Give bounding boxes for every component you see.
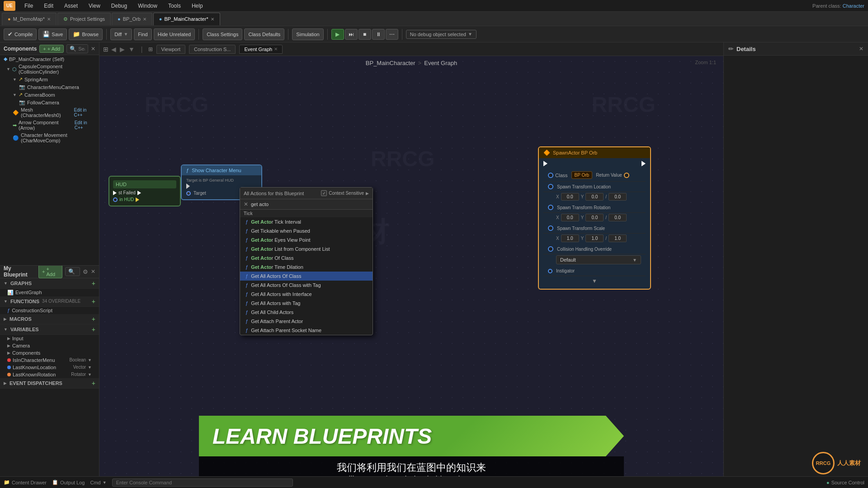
- ctx-get-attach-parent-actor[interactable]: ƒ Get Attach Parent Actor: [240, 317, 373, 326]
- options-button[interactable]: ⋯: [386, 29, 398, 40]
- graphs-add-button[interactable]: +: [92, 280, 95, 287]
- event-dispatchers-header[interactable]: ▶ EVENT DISPATCHERS +: [0, 378, 99, 389]
- my-blueprint-add-button[interactable]: + + Add: [38, 266, 62, 279]
- collision-dropdown[interactable]: Default ▼: [556, 255, 641, 264]
- context-sensitive-checkbox[interactable]: ✓ Context Sensitive ▶: [321, 190, 369, 196]
- content-drawer-button[interactable]: 📁 Content Drawer: [4, 479, 47, 485]
- close-icon[interactable]: ✕: [244, 201, 248, 207]
- back-arrow[interactable]: ◀: [110, 45, 117, 54]
- blueprint-canvas[interactable]: RRCG RRCG 人人素材 RRCG BP_MainCharacter > E…: [99, 56, 723, 488]
- comp-camera-boom[interactable]: ▼ ↗ CameraBoom: [0, 91, 99, 99]
- canvas-tab-viewport[interactable]: Viewport: [156, 45, 186, 54]
- edit-cpp-link-mesh[interactable]: Edit in C++: [74, 108, 95, 117]
- macros-add-button[interactable]: +: [92, 315, 95, 323]
- comp-spring-arm[interactable]: ▼ ↗ SpringArm: [0, 75, 99, 83]
- advance-frame-button[interactable]: ⏭: [345, 29, 358, 40]
- menu-debug[interactable]: Debug: [109, 2, 129, 10]
- components-search-box[interactable]: 🔍: [66, 44, 88, 53]
- ctx-get-actor-tick[interactable]: ƒ Get Actor Tick Interval: [240, 217, 373, 226]
- node-collapse-button[interactable]: ▼: [543, 276, 646, 286]
- ctx-get-tickable[interactable]: ƒ Get Tickable when Paused: [240, 226, 373, 235]
- watermark-rrcg-1: RRCG: [145, 92, 208, 117]
- variables-add-button[interactable]: +: [92, 326, 95, 333]
- my-blueprint-settings-button[interactable]: ⚙: [83, 268, 88, 275]
- details-close-button[interactable]: ✕: [859, 46, 863, 52]
- my-blueprint-close-button[interactable]: ✕: [91, 268, 95, 275]
- simulation-button[interactable]: Simulation: [292, 28, 323, 40]
- source-control-status[interactable]: ● Source Control: [826, 480, 864, 485]
- ctx-get-actor-of-class[interactable]: ƒ Get Actor Of Class: [240, 253, 373, 263]
- node-hud[interactable]: HUD st Failed in HUD: [108, 176, 181, 206]
- macros-section-header[interactable]: ▶ MACROS +: [0, 314, 99, 324]
- class-settings-button[interactable]: Class Settings: [203, 28, 242, 40]
- ctx-get-all-actors-of-class-tag[interactable]: ƒ Get All Actors Of Class with Tag: [240, 281, 373, 290]
- var-is-in-char-menu[interactable]: IsInCharacterMenu Boolean ▼: [0, 357, 99, 364]
- ctx-get-all-actors-interface[interactable]: ƒ Get All Actors with Interface: [240, 290, 373, 299]
- tab-bp-main[interactable]: ● BP_MainCharacter* ✕: [153, 13, 220, 25]
- var-last-known-loc[interactable]: LastKnownLocation Vector ▼: [0, 364, 99, 371]
- comp-char-menu-camera[interactable]: 📷 CharacterMenuCamera: [0, 83, 99, 91]
- comp-arrow[interactable]: ➡ Arrow Component (Arrow) Edit in C++: [0, 119, 99, 131]
- edit-cpp-link-arrow[interactable]: Edit in C++: [75, 120, 95, 130]
- comp-follow-camera[interactable]: 📷 FollowCamera: [0, 99, 99, 106]
- function-construction-script[interactable]: ƒ ConstructionScript: [0, 307, 99, 314]
- tab-map[interactable]: ● M_DemoMap* ✕: [2, 13, 57, 25]
- exec-in-spawn: [543, 161, 547, 166]
- menu-view[interactable]: View: [87, 2, 102, 10]
- find-button[interactable]: Find: [134, 28, 151, 40]
- class-defaults-button[interactable]: Class Defaults: [244, 28, 284, 40]
- menu-help[interactable]: Help: [190, 2, 205, 10]
- var-last-known-rot[interactable]: LastKnownRotation Rotator ▼: [0, 371, 99, 378]
- down-arrow[interactable]: ▼: [127, 45, 136, 54]
- diff-button[interactable]: Diff ▼: [110, 28, 132, 40]
- pause-button[interactable]: ⏸: [372, 29, 385, 40]
- node-spawn-actor[interactable]: 🔶 SpawnActor BP Orb Class: [538, 146, 651, 290]
- ctx-get-all-child-actors[interactable]: ƒ Get All Child Actors: [240, 308, 373, 317]
- comp-bp-main-character[interactable]: ◆ BP_MainCharacter (Self): [0, 55, 99, 63]
- ctx-get-all-actors-of-class[interactable]: ƒ Get All Actors Of Class: [240, 272, 373, 281]
- functions-section-header[interactable]: ▼ FUNCTIONS 34 OVERRIDABLE +: [0, 296, 99, 307]
- play-button[interactable]: ▶: [331, 29, 344, 40]
- canvas-tab-construction[interactable]: Construction S...: [189, 45, 236, 54]
- tab-bp-orb[interactable]: ● BP_Orb ✕: [112, 13, 152, 25]
- stop-button[interactable]: ■: [359, 29, 371, 40]
- components-close-button[interactable]: ✕: [91, 46, 95, 52]
- collision-pin: [548, 246, 553, 252]
- comp-char-movement[interactable]: 🔵 Character Movement (CharMoveComp): [0, 131, 99, 144]
- save-button[interactable]: 💾 Save: [38, 28, 67, 40]
- menu-edit[interactable]: Edit: [42, 2, 55, 10]
- class-value[interactable]: BP Orb: [571, 171, 593, 179]
- variables-section-header[interactable]: ▼ VARIABLES +: [0, 324, 99, 335]
- compile-button[interactable]: ✔ Compile: [4, 28, 37, 40]
- output-log-button[interactable]: 📋 Output Log: [52, 479, 85, 485]
- ctx-get-actor-list[interactable]: ƒ Get Actor List from Component List: [240, 244, 373, 253]
- browse-button[interactable]: 📁 Browse: [69, 28, 103, 40]
- debug-object-selector[interactable]: No debug object selected ▼: [406, 30, 476, 39]
- components-add-button[interactable]: + + Add: [39, 45, 64, 53]
- menu-file[interactable]: File: [23, 2, 35, 10]
- graphs-section-header[interactable]: ▼ GRAPHS +: [0, 278, 99, 289]
- ctx-get-all-actors-tag[interactable]: ƒ Get All Actors with Tag: [240, 299, 373, 308]
- my-blueprint-search-box[interactable]: 🔍: [65, 267, 80, 276]
- menu-tools[interactable]: Tools: [166, 2, 183, 10]
- forward-arrow[interactable]: ▶: [119, 45, 126, 54]
- event-dispatchers-add-button[interactable]: +: [92, 380, 95, 387]
- var-components[interactable]: ▶ Components: [0, 349, 99, 357]
- functions-add-button[interactable]: +: [92, 298, 95, 305]
- ctx-get-actor-eyes[interactable]: ƒ Get Actor Eyes View Point: [240, 235, 373, 244]
- hide-unrelated-button[interactable]: Hide Unrelated: [154, 28, 195, 40]
- context-menu-search-input[interactable]: [251, 202, 369, 207]
- ctx-get-actor-time-dilation[interactable]: ƒ Get Actor Time Dilation: [240, 263, 373, 272]
- tab-project-settings[interactable]: ⚙ Project Settings: [57, 13, 111, 25]
- canvas-tab-event-graph[interactable]: Event Graph ✕: [239, 45, 283, 54]
- comp-mesh[interactable]: 🔶 Mesh (CharacterMesh0) Edit in C++: [0, 106, 99, 119]
- components-search-input[interactable]: [78, 46, 85, 52]
- menu-window[interactable]: Window: [136, 2, 159, 10]
- console-input[interactable]: [112, 479, 293, 487]
- menu-asset[interactable]: Asset: [62, 2, 80, 10]
- comp-capsule[interactable]: ▼ ⬡ CapsuleComponent (CollisionCylinder): [0, 63, 99, 75]
- var-camera[interactable]: ▶ Camera: [0, 342, 99, 349]
- graph-event-graph[interactable]: 📊 EventGraph: [0, 289, 99, 296]
- var-input[interactable]: ▶ Input: [0, 335, 99, 342]
- ctx-get-attach-parent-socket[interactable]: ƒ Get Attach Parent Socket Name: [240, 326, 373, 335]
